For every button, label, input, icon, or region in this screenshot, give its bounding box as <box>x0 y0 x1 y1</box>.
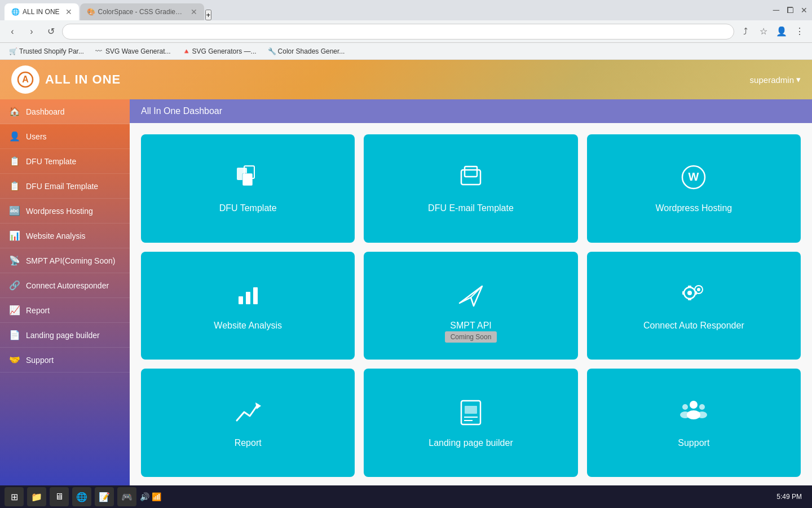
svg-rect-10 <box>246 292 250 304</box>
refresh-button[interactable]: ↺ <box>43 24 59 40</box>
toolbar-actions: ⤴ ☆ 👤 ⋮ <box>738 24 807 40</box>
browser-chrome: 🌐 ALL IN ONE ✕ 🎨 ColorSpace - CSS Gradie… <box>0 0 812 60</box>
taskbar-time: 5:49 PM <box>776 493 807 501</box>
card-smpt-api-icon <box>457 281 485 314</box>
report-icon: 📈 <box>9 305 20 316</box>
card-report[interactable]: Report <box>141 369 355 477</box>
svg-rect-9 <box>239 296 243 304</box>
sidebar-label-support: Support <box>26 356 54 365</box>
window-controls: ─ ⧠ ✕ <box>773 5 807 15</box>
svg-point-31 <box>699 404 705 410</box>
taskbar-browser[interactable]: 🌐 <box>72 487 91 506</box>
card-wordpress-icon: W <box>679 163 708 196</box>
taskbar-files[interactable]: 📁 <box>27 487 46 506</box>
svg-point-27 <box>690 401 698 409</box>
sidebar-item-landing-page[interactable]: 📄 Landing page builder <box>0 323 130 348</box>
user-name: superadmin <box>750 75 794 85</box>
taskbar-monitor[interactable]: 🖥 <box>50 487 69 506</box>
sidebar-item-dashboard[interactable]: 🏠 Dashboard <box>0 99 130 124</box>
sidebar-item-report[interactable]: 📈 Report <box>0 298 130 323</box>
card-dfu-email[interactable]: DFU E-mail Template <box>364 134 577 243</box>
card-dfu-template-label: DFU Template <box>219 203 277 213</box>
card-website-analysis[interactable]: Website Analysis <box>141 252 355 360</box>
main-area: All In One Dashboar DFU Tem <box>130 99 812 508</box>
tab1-close[interactable]: ✕ <box>65 7 72 16</box>
sidebar-label-wordpress: Wordpress Hosting <box>26 207 93 216</box>
card-wordpress[interactable]: W Wordpress Hosting <box>587 134 801 243</box>
card-support[interactable]: Support <box>587 369 801 477</box>
taskbar-start[interactable]: ⊞ <box>5 487 24 506</box>
profile-button[interactable]: 👤 <box>774 24 789 40</box>
menu-button[interactable]: ⋮ <box>792 24 807 40</box>
new-tab-button[interactable]: + <box>205 10 212 20</box>
website-analysis-icon: 📊 <box>9 230 20 241</box>
bookmark-svg-gen[interactable]: 🔺 SVG Generators —... <box>178 46 261 57</box>
breadcrumb-bar: All In One Dashboar <box>130 99 812 123</box>
svg-rect-11 <box>253 287 258 304</box>
bookmark-shopify-icon: 🛒 <box>9 47 17 55</box>
connect-autoresponder-icon: 🔗 <box>9 280 20 291</box>
tab2-favicon: 🎨 <box>87 8 95 16</box>
tab2-title: ColorSpace - CSS Gradient Color... <box>98 8 185 16</box>
bookmarks-bar: 🛒 Trusted Shopify Par... 〰 SVG Wave Gene… <box>0 43 812 60</box>
browser-tabs: 🌐 ALL IN ONE ✕ 🎨 ColorSpace - CSS Gradie… <box>5 0 773 20</box>
bookmark-color-shades[interactable]: 🔧 Color Shades Gener... <box>263 46 350 57</box>
card-dfu-email-icon <box>457 163 485 196</box>
taskbar: ⊞ 📁 🖥 🌐 📝 🎮 🔊 📶 5:49 PM <box>0 485 812 508</box>
back-button[interactable]: ‹ <box>5 24 20 40</box>
main-content: DFU Template DFU E-mail Template <box>130 123 812 488</box>
maximize-icon: ⧠ <box>786 6 794 15</box>
browser-toolbar: ‹ › ↺ ⤴ ☆ 👤 ⋮ <box>0 20 812 43</box>
sidebar-item-users[interactable]: 👤 Users <box>0 124 130 149</box>
logo-text: ALL IN ONE <box>45 72 121 87</box>
landing-page-icon: 📄 <box>9 330 20 340</box>
card-wordpress-label: Wordpress Hosting <box>655 203 732 213</box>
sidebar-item-dfu-template[interactable]: 📋 DFU Template <box>0 149 130 174</box>
bookmark-svg-gen-icon: 🔺 <box>182 47 190 55</box>
bookmark-svg-wave[interactable]: 〰 SVG Wave Generat... <box>91 46 175 57</box>
bookmark-shopify[interactable]: 🛒 Trusted Shopify Par... <box>5 46 89 57</box>
sidebar: 🏠 Dashboard 👤 Users 📋 DFU Template 📋 DFU… <box>0 99 130 508</box>
app-logo: A ALL IN ONE <box>11 65 750 94</box>
user-menu[interactable]: superadmin ▾ <box>750 75 801 85</box>
sidebar-item-smpt-api[interactable]: 📡 SMPT API(Coming Soon) <box>0 248 130 273</box>
sidebar-item-connect-autoresponder[interactable]: 🔗 Connect Autoresponder <box>0 273 130 298</box>
address-bar[interactable] <box>62 24 734 40</box>
support-icon: 🤝 <box>9 354 20 365</box>
bookmark-svg-wave-icon: 〰 <box>95 47 103 55</box>
taskbar-game[interactable]: 🎮 <box>117 487 136 506</box>
forward-button[interactable]: › <box>24 24 39 40</box>
sidebar-label-landing-page: Landing page builder <box>26 331 100 340</box>
svg-rect-24 <box>465 406 477 414</box>
sidebar-item-dfu-email[interactable]: 📋 DFU Email Template <box>0 174 130 199</box>
tab1-title: ALL IN ONE <box>23 8 60 16</box>
card-report-icon <box>234 398 262 431</box>
sidebar-label-smpt-api: SMPT API(Coming Soon) <box>26 256 115 265</box>
sidebar-item-website-analysis[interactable]: 📊 Website Analysis <box>0 224 130 248</box>
card-dfu-template[interactable]: DFU Template <box>141 134 355 243</box>
card-connect-autoresponder[interactable]: Connect Auto Responder <box>587 252 801 360</box>
browser-tab-active[interactable]: 🌐 ALL IN ONE ✕ <box>5 3 79 20</box>
tab1-favicon: 🌐 <box>11 8 19 16</box>
card-website-analysis-icon <box>234 281 262 314</box>
taskbar-editor[interactable]: 📝 <box>95 487 114 506</box>
app-header: A ALL IN ONE superadmin ▾ <box>0 60 812 99</box>
sidebar-label-dfu-email: DFU Email Template <box>26 182 98 191</box>
bookmark-color-shades-label: Color Shades Gener... <box>278 47 345 55</box>
card-landing-page[interactable]: Landing page builder <box>364 369 577 477</box>
logo-svg: A <box>17 71 34 88</box>
svg-point-30 <box>680 411 690 418</box>
bookmark-button[interactable]: ☆ <box>756 24 771 40</box>
users-icon: 👤 <box>9 131 20 142</box>
card-landing-page-icon <box>457 398 485 431</box>
sidebar-item-wordpress[interactable]: 🔤 Wordpress Hosting <box>0 199 130 224</box>
browser-tab-inactive[interactable]: 🎨 ColorSpace - CSS Gradient Color... ✕ <box>80 3 204 20</box>
sidebar-label-report: Report <box>26 306 50 315</box>
share-button[interactable]: ⤴ <box>738 24 753 40</box>
card-smpt-api[interactable]: SMPT API Coming Soon <box>364 252 577 360</box>
tab2-close[interactable]: ✕ <box>191 7 197 16</box>
dropdown-arrow: ▾ <box>796 75 801 85</box>
dashboard-icon: 🏠 <box>9 106 20 117</box>
page-wrapper: 🏠 Dashboard 👤 Users 📋 DFU Template 📋 DFU… <box>0 99 812 508</box>
sidebar-item-support[interactable]: 🤝 Support <box>0 348 130 373</box>
